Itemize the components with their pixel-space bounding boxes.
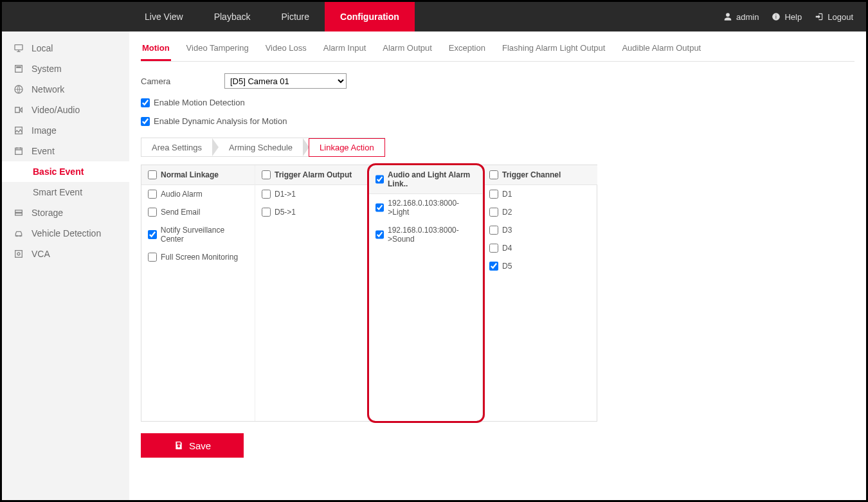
subtab-flashing-alarm[interactable]: Flashing Alarm Light Output	[501, 39, 606, 61]
row-label: Full Screen Monitoring	[161, 253, 238, 262]
row-checkbox[interactable]	[148, 208, 157, 217]
topbar-right: admin i Help Logout	[723, 2, 866, 31]
row-checkbox[interactable]	[148, 230, 157, 239]
row-checkbox[interactable]	[262, 208, 271, 217]
linkage-table: Normal Linkage Audio Alarm Send Email No…	[141, 165, 597, 422]
linkage-row: D5	[483, 257, 597, 275]
subtab-video-tampering[interactable]: Video Tampering	[185, 39, 250, 61]
system-icon	[14, 64, 24, 74]
col-header-checkbox[interactable]	[148, 170, 157, 179]
enable-motion-checkbox[interactable]	[141, 98, 150, 107]
col-header-checkbox[interactable]	[489, 170, 498, 179]
storage-icon	[14, 208, 24, 218]
sidebar-item-label: Image	[32, 125, 57, 136]
row-label: D2	[502, 208, 512, 217]
linkage-row: Send Email	[141, 203, 255, 221]
col-header-checkbox[interactable]	[262, 170, 271, 179]
svg-rect-4	[17, 67, 21, 68]
subtab-exception[interactable]: Exception	[448, 39, 487, 61]
linkage-row: D1	[483, 185, 597, 203]
svg-rect-12	[15, 251, 23, 258]
sidebar-sub-smart-event[interactable]: Smart Event	[2, 182, 129, 202]
linkage-row: 192.168.0.103:8000->Light	[369, 194, 482, 221]
topnav-live-view[interactable]: Live View	[129, 2, 199, 31]
calendar-icon	[14, 146, 24, 156]
camera-select[interactable]: [D5] Camera 01	[224, 73, 347, 89]
col-header-label: Normal Linkage	[161, 170, 219, 179]
row-checkbox[interactable]	[489, 262, 498, 271]
sidebar-item-label: Event	[32, 146, 55, 156]
help-link[interactable]: i Help	[772, 12, 802, 22]
step-area-settings[interactable]: Area Settings	[141, 139, 212, 156]
row-checkbox[interactable]	[375, 203, 384, 212]
linkage-row: Audio Alarm	[141, 185, 255, 203]
row-checkbox[interactable]	[262, 190, 271, 199]
row-checkbox[interactable]	[489, 208, 498, 217]
sidebar-item-label: VCA	[32, 249, 50, 259]
save-button[interactable]: Save	[141, 433, 244, 458]
row-checkbox[interactable]	[489, 244, 498, 253]
logout-label: Logout	[827, 12, 853, 22]
linkage-row: Notify Surveillance Center	[141, 221, 255, 248]
save-label: Save	[189, 440, 211, 451]
subtab-alarm-output[interactable]: Alarm Output	[381, 39, 433, 61]
enable-dynamic-row: Enable Dynamic Analysis for Motion	[141, 116, 854, 126]
vehicle-icon	[14, 228, 24, 238]
row-label: Send Email	[161, 208, 200, 217]
row-label: D5	[502, 262, 512, 271]
row-checkbox[interactable]	[148, 253, 157, 262]
linkage-col-trigger-alarm: Trigger Alarm Output D1->1 D5->1	[255, 165, 369, 421]
svg-rect-2	[15, 45, 23, 50]
step-arming-schedule[interactable]: Arming Schedule	[219, 139, 303, 156]
sidebar-item-event[interactable]: Event	[2, 141, 129, 161]
subtab-audible-alarm[interactable]: Audible Alarm Output	[620, 39, 702, 61]
enable-motion-row: Enable Motion Detection	[141, 98, 854, 107]
col-header-label: Audio and Light Alarm Link..	[388, 170, 476, 188]
col-header: Audio and Light Alarm Link..	[369, 165, 482, 194]
subtab-motion[interactable]: Motion	[141, 39, 171, 61]
col-header-checkbox[interactable]	[375, 175, 384, 184]
svg-rect-3	[15, 66, 23, 73]
row-label: Audio Alarm	[161, 190, 203, 199]
row-label: D5->1	[275, 208, 296, 217]
linkage-row: Full Screen Monitoring	[141, 248, 255, 266]
sidebar-item-video-audio[interactable]: Video/Audio	[2, 100, 129, 120]
sidebar-item-image[interactable]: Image	[2, 120, 129, 141]
topnav-configuration[interactable]: Configuration	[325, 2, 415, 31]
sidebar-item-system[interactable]: System	[2, 58, 129, 79]
subtab-video-loss[interactable]: Video Loss	[264, 39, 308, 61]
svg-text:i: i	[776, 14, 777, 20]
row-checkbox[interactable]	[489, 190, 498, 199]
globe-icon	[14, 84, 24, 94]
sidebar-item-vehicle-detection[interactable]: Vehicle Detection	[2, 223, 129, 244]
row-checkbox[interactable]	[489, 226, 498, 235]
step-linkage-action[interactable]: Linkage Action	[309, 138, 385, 157]
user-icon	[723, 12, 732, 21]
sidebar-item-local[interactable]: Local	[2, 38, 129, 58]
row-label: 192.168.0.103:8000->Light	[388, 199, 476, 217]
row-label: D4	[502, 244, 512, 253]
svg-point-10	[16, 235, 17, 237]
subtab-alarm-input[interactable]: Alarm Input	[322, 39, 367, 61]
row-label: D1->1	[275, 190, 296, 199]
sidebar-item-storage[interactable]: Storage	[2, 202, 129, 223]
row-checkbox[interactable]	[375, 230, 384, 239]
user-label: admin	[736, 12, 759, 22]
row-checkbox[interactable]	[148, 190, 157, 199]
stepper: Area Settings Arming Schedule Linkage Ac…	[141, 138, 385, 157]
topnav-picture[interactable]: Picture	[266, 2, 325, 31]
sidebar: Local System Network Video/Audio Image E…	[2, 31, 129, 500]
sidebar-item-label: System	[32, 64, 62, 74]
topnav-playback[interactable]: Playback	[199, 2, 266, 31]
sidebar-item-vca[interactable]: VCA	[2, 244, 129, 264]
camera-label: Camera	[141, 76, 218, 86]
sidebar-sub-basic-event[interactable]: Basic Event	[0, 161, 129, 182]
enable-dynamic-checkbox[interactable]	[141, 117, 150, 126]
linkage-col-audio-light: Audio and Light Alarm Link.. 192.168.0.1…	[369, 165, 483, 421]
col-header: Trigger Alarm Output	[255, 165, 368, 185]
user-link[interactable]: admin	[723, 12, 759, 22]
logout-link[interactable]: Logout	[815, 12, 853, 22]
sidebar-item-network[interactable]: Network	[2, 79, 129, 100]
linkage-col-trigger-channel: Trigger Channel D1 D2 D3 D4 D5	[483, 165, 597, 421]
stepper-sep-icon	[212, 138, 219, 156]
